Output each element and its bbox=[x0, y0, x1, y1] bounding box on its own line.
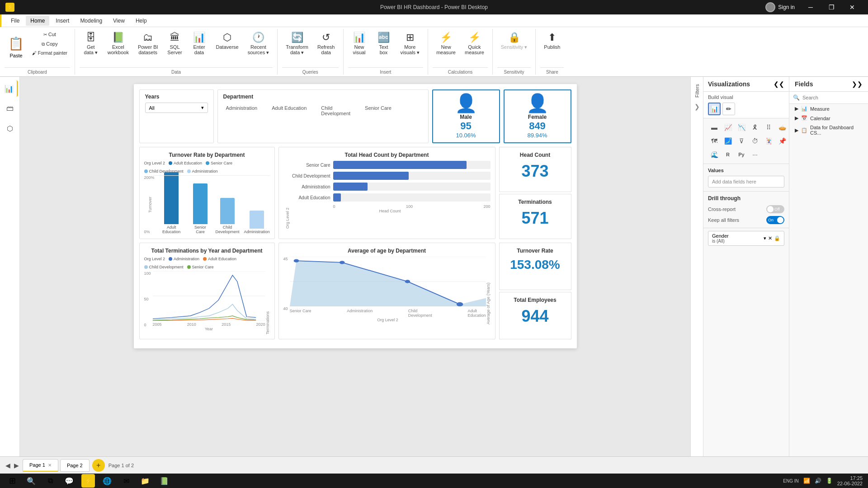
page-tab-2[interactable]: Page 2 bbox=[60, 459, 90, 472]
windows-start-btn[interactable]: ⊞ bbox=[5, 474, 19, 488]
keep-filters-toggle[interactable]: On bbox=[766, 216, 784, 224]
viz-bar-icon[interactable]: ▬ bbox=[708, 121, 721, 134]
page-1-close[interactable]: ✕ bbox=[48, 463, 52, 468]
viz-more-icon[interactable]: ··· bbox=[749, 148, 761, 161]
dept-item-senior-care[interactable]: Senior Care bbox=[362, 104, 394, 117]
get-data-btn[interactable]: 🗄 Getdata ▾ bbox=[80, 31, 102, 63]
clock-time: 17:25 bbox=[850, 475, 863, 481]
file-explorer-icon[interactable]: 📁 bbox=[138, 474, 152, 488]
bar-admin[interactable]: Administration bbox=[244, 211, 269, 234]
fields-data[interactable]: ▶ 📋 Data for Dashboard CS... bbox=[789, 123, 868, 137]
page-2-label: Page 2 bbox=[67, 463, 83, 468]
hbar-child-dev[interactable]: Child Development bbox=[290, 172, 491, 180]
dept-item-admin[interactable]: Administration bbox=[223, 104, 260, 117]
build-chart-icon[interactable]: 📊 bbox=[708, 103, 721, 115]
copy-btn[interactable]: ⧉ Copy bbox=[29, 40, 70, 49]
bar-adult-ed[interactable]: Adult Education bbox=[158, 172, 185, 234]
fields-expand-btn[interactable]: ❯❯ bbox=[852, 80, 863, 88]
add-page-btn[interactable]: + bbox=[92, 459, 105, 472]
more-visuals-btn[interactable]: ⊞ Morevisuals ▾ bbox=[397, 31, 424, 63]
bar-child-dev[interactable]: ChildDevelopment bbox=[215, 198, 239, 234]
dept-item-child-dev[interactable]: ChildDevelopment bbox=[318, 104, 353, 117]
quick-measure-btn[interactable]: ⚡ Quickmeasure bbox=[461, 31, 488, 63]
page-prev-btn[interactable]: ◀ bbox=[4, 462, 12, 469]
hbar-admin[interactable]: Administration bbox=[290, 183, 491, 191]
viz-pie-icon[interactable]: 🥧 bbox=[776, 121, 788, 134]
paste-btn[interactable]: 📋 Paste bbox=[5, 31, 28, 63]
language-indicator: ENG IN bbox=[783, 479, 798, 483]
mail-icon[interactable]: ✉ bbox=[119, 474, 133, 488]
viz-ribbon-icon[interactable]: 🎗 bbox=[749, 121, 761, 134]
menu-modeling[interactable]: Modeling bbox=[75, 16, 107, 26]
viz-python-icon[interactable]: Py bbox=[735, 148, 748, 161]
minimize-btn[interactable]: ─ bbox=[800, 0, 821, 14]
dataverse-btn[interactable]: ⬡ Dataverse bbox=[212, 31, 242, 63]
bar-senior-care[interactable]: Senior Care bbox=[190, 183, 211, 234]
task-view-btn[interactable]: ⧉ bbox=[43, 474, 57, 488]
values-field[interactable]: Add data fields here bbox=[708, 176, 784, 188]
report-view-icon[interactable]: 📊 bbox=[2, 80, 18, 97]
viz-waterfall-icon[interactable]: 🌊 bbox=[708, 148, 721, 161]
viz-panel-collapse-btn[interactable]: ❮❮ bbox=[774, 80, 784, 88]
sensitivity-btn[interactable]: 🔒 Sensitivity ▾ bbox=[497, 31, 531, 63]
excel-workbook-btn[interactable]: 📗 Excelworkbook bbox=[104, 31, 132, 63]
cut-btn[interactable]: ✂ Cut bbox=[29, 31, 70, 40]
fields-calendar[interactable]: ▶ 📅 Calendar bbox=[789, 113, 868, 123]
restore-btn[interactable]: ❐ bbox=[821, 0, 842, 14]
sign-in-btn[interactable]: Sign in bbox=[765, 2, 795, 12]
new-visual-btn[interactable]: 📊 Newvisual bbox=[348, 31, 371, 63]
model-view-icon[interactable]: ⬡ bbox=[2, 120, 18, 136]
recent-sources-btn[interactable]: 🕐 Recentsources ▾ bbox=[244, 31, 273, 63]
hbar-adult-ed[interactable]: Adult Education bbox=[290, 193, 491, 202]
viz-line-icon[interactable]: 📈 bbox=[722, 121, 734, 134]
filters-expand-icon[interactable]: ❯ bbox=[694, 103, 700, 110]
accent-bar bbox=[0, 14, 1, 27]
turnover-chart-title: Turnover Rate by Department bbox=[144, 152, 270, 158]
filter-chip-lock[interactable]: 🔒 bbox=[774, 235, 780, 241]
menu-view[interactable]: View bbox=[108, 16, 129, 26]
publish-btn[interactable]: ⬆ Publish bbox=[540, 31, 564, 63]
dept-item-adult-ed[interactable]: Adult Education bbox=[269, 104, 309, 117]
page-tab-1[interactable]: Page 1 ✕ bbox=[23, 459, 58, 472]
format-painter-btn[interactable]: 🖌 Format painter bbox=[29, 50, 70, 59]
sql-server-btn[interactable]: 🏛 SQLServer bbox=[164, 31, 186, 63]
gender-filter-chip[interactable]: Gender is (All) ▾ ✕ 🔒 bbox=[708, 231, 784, 246]
viz-funnel-icon[interactable]: ⊽ bbox=[735, 135, 748, 147]
excel-taskbar-icon[interactable]: 📗 bbox=[157, 474, 171, 488]
enter-data-btn[interactable]: 📊 Enterdata bbox=[188, 31, 211, 63]
fields-measure[interactable]: ▶ 📊 Measure bbox=[789, 104, 868, 113]
fields-search-input[interactable] bbox=[802, 95, 865, 100]
viz-gauge-icon[interactable]: ⏱ bbox=[749, 135, 761, 147]
search-btn[interactable]: 🔍 bbox=[24, 474, 38, 488]
menu-file[interactable]: File bbox=[6, 16, 24, 26]
refresh-data-btn[interactable]: ↺ Refreshdata bbox=[314, 31, 339, 63]
power-bi-taskbar-icon[interactable]: ⚡ bbox=[81, 474, 95, 488]
edge-icon[interactable]: 🌐 bbox=[100, 474, 114, 488]
close-btn[interactable]: ✕ bbox=[842, 0, 863, 14]
filter-chip-dropdown[interactable]: ▾ bbox=[764, 235, 766, 241]
keep-filters-label: Keep all filters bbox=[708, 217, 766, 223]
new-measure-btn[interactable]: ⚡ Newmeasure bbox=[433, 31, 459, 63]
page-next-btn[interactable]: ▶ bbox=[12, 462, 21, 469]
viz-r-icon[interactable]: R bbox=[722, 148, 734, 161]
build-pen-icon[interactable]: ✏ bbox=[722, 103, 735, 115]
menu-help[interactable]: Help bbox=[131, 16, 151, 26]
viz-area-icon[interactable]: 📉 bbox=[735, 121, 748, 134]
years-dropdown[interactable]: All ▾ bbox=[145, 103, 208, 113]
hbar-senior-care[interactable]: Senior Care bbox=[290, 161, 491, 169]
power-bi-datasets-btn[interactable]: 🗂 Power BIdatasets bbox=[134, 31, 162, 63]
viz-scatter-icon[interactable]: ⠿ bbox=[762, 121, 775, 134]
viz-filled-map-icon[interactable]: 🗾 bbox=[722, 135, 734, 147]
transform-data-btn[interactable]: 🔄 Transformdata ▾ bbox=[282, 31, 312, 63]
viz-kpi-icon[interactable]: 📌 bbox=[776, 135, 788, 147]
data-view-icon[interactable]: 🗃 bbox=[2, 100, 18, 117]
cross-report-toggle[interactable]: Off bbox=[766, 205, 784, 213]
text-box-btn[interactable]: 🔤 Textbox bbox=[373, 31, 395, 63]
teams-icon[interactable]: 💬 bbox=[62, 474, 76, 488]
menu-home[interactable]: Home bbox=[26, 16, 49, 26]
menu-insert[interactable]: Insert bbox=[51, 16, 74, 26]
filter-chip-close[interactable]: ✕ bbox=[768, 235, 772, 241]
viz-map-icon[interactable]: 🗺 bbox=[708, 135, 721, 147]
filters-label[interactable]: Filters bbox=[694, 84, 700, 98]
viz-card-icon[interactable]: 🃏 bbox=[762, 135, 775, 147]
